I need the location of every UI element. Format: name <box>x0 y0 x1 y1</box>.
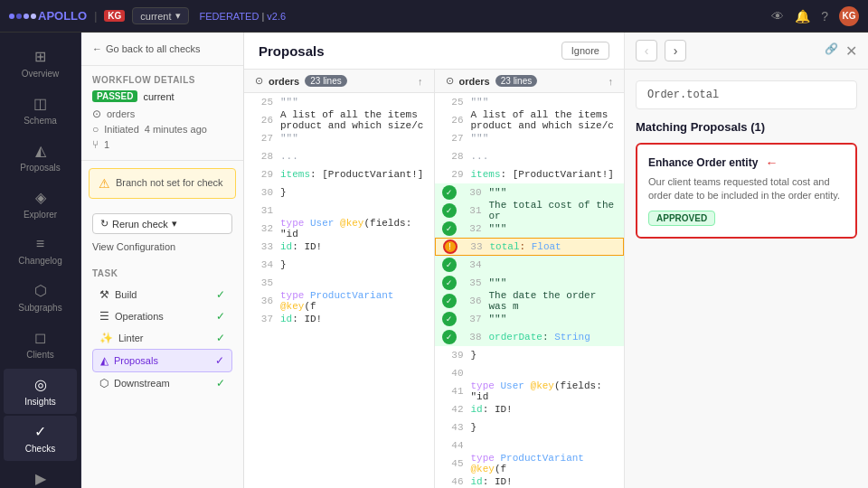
eye-icon[interactable]: 👁 <box>771 9 784 23</box>
federated-version: v2.6 <box>267 11 286 22</box>
diff-line: 45type ProductVariant @key(f <box>435 455 625 473</box>
federated-text: FEDERATED <box>200 11 259 22</box>
task-item-proposals[interactable]: ◭ Proposals ✓ <box>92 349 232 372</box>
prev-button[interactable]: ‹ <box>636 40 657 61</box>
sidebar-item-checks[interactable]: ✓ Checks <box>4 416 77 461</box>
downstream-check-icon: ✓ <box>216 377 225 389</box>
added-indicator: ✓ <box>442 203 457 218</box>
task-item-linter[interactable]: ✨ Linter ✓ <box>92 327 232 349</box>
sidebar-item-clients[interactable]: ◻ Clients <box>4 322 77 367</box>
launches-icon: ▶ <box>35 470 46 487</box>
diff-line-added: ✓ 32""" <box>435 220 625 238</box>
help-icon[interactable]: ? <box>821 9 828 23</box>
sidebar: ⊞ Overview ◫ Schema ◭ Proposals ◈ Explor… <box>0 33 81 488</box>
initiated-text: Initiated <box>104 124 139 135</box>
diff-body-right[interactable]: 25""" 26A list of all the items product … <box>435 93 625 488</box>
order-total-box: Order.total <box>636 80 857 109</box>
clock-icon: ○ <box>92 123 99 136</box>
sidebar-item-explorer[interactable]: ◈ Explorer <box>4 182 77 227</box>
overview-icon: ⊞ <box>34 48 46 65</box>
diff-line: 41type User @key(fields: "id <box>435 382 625 400</box>
added-indicator: ✓ <box>442 330 457 344</box>
proposals-icon: ◭ <box>35 142 46 159</box>
linter-icon: ✨ <box>99 332 113 344</box>
task-label: Build <box>115 289 137 300</box>
sidebar-item-changelog[interactable]: ≡ Changelog <box>4 229 77 273</box>
diff-line-added: ✓ 31The total cost of the or <box>435 202 625 220</box>
diff-line: 46 id: ID! <box>435 473 625 488</box>
diff-line: 29items: [ProductVariant!] <box>435 165 625 183</box>
sidebar-item-schema[interactable]: ◫ Schema <box>4 88 77 133</box>
clients-icon: ◻ <box>34 329 46 346</box>
logo-dot-4 <box>31 14 36 19</box>
workflow-branch: current <box>143 91 174 102</box>
task-label: Linter <box>118 333 144 343</box>
proposal-card[interactable]: Enhance Order entity ← Our client teams … <box>636 143 857 239</box>
diff-line: 30} <box>244 183 434 202</box>
diff-title-right: orders <box>459 76 490 87</box>
matching-title: Matching Proposals (1) <box>636 120 857 134</box>
back-link-text: Go back to all checks <box>106 43 201 54</box>
warning-icon: ⚠ <box>99 176 110 191</box>
proposals-task-icon: ◭ <box>100 354 108 367</box>
diff-line: 26A list of all the items product and wh… <box>435 111 625 129</box>
diff-line: 36type ProductVariant @key(f <box>244 292 434 310</box>
view-config-link[interactable]: View Configuration <box>92 239 232 254</box>
main-layout: ⊞ Overview ◫ Schema ◭ Proposals ◈ Explor… <box>0 33 868 488</box>
task-item-downstream[interactable]: ⬡ Downstream ✓ <box>92 372 232 394</box>
logo-dots <box>9 14 36 19</box>
upload-icon-left[interactable]: ↑ <box>418 76 423 87</box>
check-actions: ↻ Rerun check ▾ View Configuration <box>81 206 243 261</box>
diff-line-added: ✓ 37""" <box>435 310 625 328</box>
sidebar-item-launches[interactable]: ▶ Launches <box>4 463 77 488</box>
back-to-checks-link[interactable]: ← Go back to all checks <box>81 33 243 66</box>
task-item-build[interactable]: ⚒ Build ✓ <box>92 284 232 305</box>
checks-icon: ✓ <box>34 423 46 440</box>
link-icon[interactable]: 🔗 <box>825 42 838 60</box>
diff-line: 33 id: ID! <box>244 238 434 256</box>
close-icon[interactable]: ✕ <box>845 42 857 60</box>
task-item-operations[interactable]: ☰ Operations ✓ <box>92 305 232 327</box>
sidebar-item-subgraphs[interactable]: ⬡ Subgraphs <box>4 275 77 320</box>
right-panel-header: ‹ › 🔗 ✕ <box>625 33 868 70</box>
upload-icon-right[interactable]: ↑ <box>609 76 614 87</box>
task-label: Downstream <box>114 378 170 389</box>
insights-icon: ◎ <box>34 376 47 393</box>
orders-icon-right: ⊙ <box>446 75 454 87</box>
git-count: 1 <box>104 139 109 150</box>
explorer-icon: ◈ <box>35 189 46 206</box>
rerun-check-button[interactable]: ↻ Rerun check ▾ <box>92 213 232 234</box>
git-meta: ⑂ 1 <box>92 138 232 151</box>
initiated-meta: ○ Initiated 4 minutes ago <box>92 123 232 136</box>
diff-line-added: ✓ 38orderDate: String <box>435 328 625 346</box>
sidebar-item-label: Clients <box>26 350 54 360</box>
next-button[interactable]: › <box>665 40 686 61</box>
diff-line: 27""" <box>244 129 434 147</box>
diff-line: 39} <box>435 346 625 364</box>
ignore-button[interactable]: Ignore <box>561 42 609 60</box>
task-section: Task ⚒ Build ✓ ☰ Operations ✓ ✨ Linter ✓… <box>81 261 243 401</box>
git-icon: ⑂ <box>92 138 99 151</box>
branch-selector[interactable]: current ▾ <box>132 7 188 24</box>
rerun-label: Rerun check <box>112 219 168 230</box>
diff-line-added: ✓ 34 <box>435 256 625 274</box>
rerun-icon: ↻ <box>100 218 108 230</box>
content-title: Proposals <box>259 43 325 59</box>
added-indicator: ✓ <box>442 185 457 200</box>
sidebar-item-overview[interactable]: ⊞ Overview <box>4 41 77 86</box>
diff-body-left[interactable]: 25""" 26A list of all the items product … <box>244 93 434 488</box>
diff-line-added: ✓ 35""" <box>435 274 625 292</box>
topbar-right: 👁 🔔 ? KG <box>771 6 859 26</box>
diff-line: 28... <box>435 147 625 165</box>
diff-lines-right: 23 lines <box>495 75 537 87</box>
build-check-icon: ✓ <box>216 288 225 301</box>
bell-icon[interactable]: 🔔 <box>795 9 810 23</box>
check-warning-text: Branch not set for check <box>116 176 223 189</box>
diff-line: 26A list of all the items product and wh… <box>244 111 434 129</box>
approved-badge: APPROVED <box>648 211 715 226</box>
diff-line: 28... <box>244 147 434 165</box>
sidebar-item-insights[interactable]: ◎ Insights <box>4 369 77 414</box>
user-avatar[interactable]: KG <box>839 6 859 26</box>
changelog-icon: ≡ <box>36 236 44 252</box>
sidebar-item-proposals[interactable]: ◭ Proposals <box>4 135 77 180</box>
